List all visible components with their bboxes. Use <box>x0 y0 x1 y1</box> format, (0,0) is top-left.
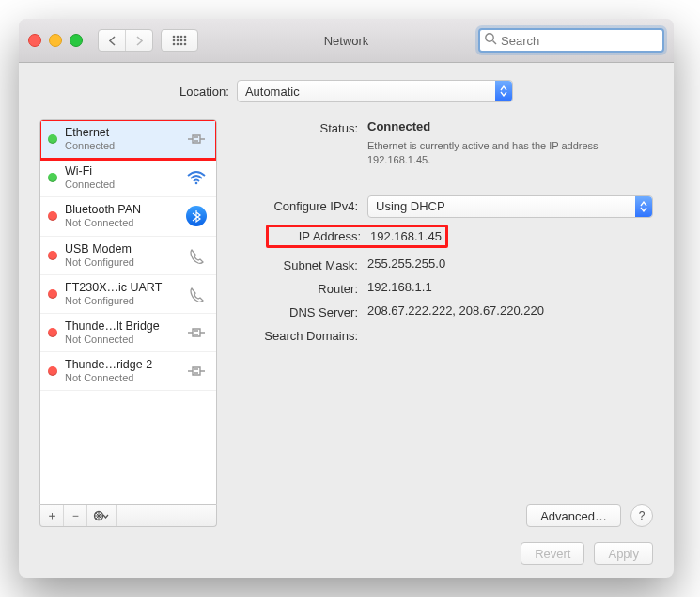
chevron-updown-icon <box>495 81 512 101</box>
svg-point-2 <box>180 36 183 39</box>
ip-highlight: IP Address: 192.168.1.45 <box>266 225 448 248</box>
bluetooth-icon <box>184 206 209 226</box>
status-label: Status: <box>238 119 367 135</box>
search-domains-label: Search Domains: <box>238 327 367 343</box>
mask-value: 255.255.255.0 <box>367 256 653 271</box>
zoom-icon[interactable] <box>70 34 83 47</box>
location-label: Location: <box>179 85 229 99</box>
svg-point-3 <box>184 36 187 39</box>
sidebar-item-usb-modem[interactable]: USB Modem Not Configured <box>40 237 216 275</box>
ip-label: IP Address: <box>272 229 370 243</box>
status-dot-icon <box>48 173 57 182</box>
window-title: Network <box>324 34 369 48</box>
status-dot-icon <box>48 328 57 337</box>
status-dot-icon <box>48 366 57 376</box>
search-icon <box>484 32 497 48</box>
sidebar-item-wifi[interactable]: Wi-Fi Connected <box>40 159 216 197</box>
help-button[interactable]: ? <box>630 504 653 527</box>
sidebar-item-tb-bridge-2[interactable]: Thunde…ridge 2 Not Connected <box>40 352 216 391</box>
nav-back-forward <box>98 29 153 52</box>
svg-point-12 <box>486 34 493 41</box>
ethernet-icon <box>184 132 209 147</box>
router-value: 192.168.1.1 <box>367 280 653 294</box>
phone-icon <box>184 247 209 264</box>
svg-point-14 <box>195 182 198 185</box>
show-all-button[interactable] <box>161 29 198 52</box>
status-dot-icon <box>48 211 57 221</box>
ethernet-icon <box>184 364 209 379</box>
status-desc: Ethernet is currently active and has the… <box>367 139 630 167</box>
sidebar-item-uart[interactable]: FT230X…ic UART Not Configured <box>40 275 216 314</box>
dns-label: DNS Server: <box>238 303 367 319</box>
svg-point-5 <box>177 39 179 42</box>
svg-point-4 <box>173 39 176 42</box>
list-toolbar: ＋ － <box>39 505 217 527</box>
advanced-button[interactable]: Advanced… <box>526 504 621 527</box>
svg-point-7 <box>184 39 187 42</box>
sidebar-item-tb-bridge[interactable]: Thunde…lt Bridge Not Connected <box>40 314 216 352</box>
config-value: Using DHCP <box>376 199 445 213</box>
revert-button[interactable]: Revert <box>521 542 584 565</box>
mask-label: Subnet Mask: <box>238 256 367 272</box>
search-input[interactable] <box>478 28 664 53</box>
svg-point-8 <box>173 43 176 46</box>
svg-point-0 <box>173 36 176 39</box>
sidebar-item-bluetooth[interactable]: Bluetooth PAN Not Connected <box>40 197 216 236</box>
forward-button[interactable] <box>125 30 152 51</box>
svg-point-1 <box>177 36 179 39</box>
status-dot-icon <box>48 251 57 260</box>
sidebar-item-ethernet[interactable]: Ethernet Connected <box>40 120 216 159</box>
remove-button[interactable]: － <box>64 505 87 526</box>
location-select[interactable]: Automatic <box>237 80 513 102</box>
wifi-icon <box>184 170 209 185</box>
ip-value: 192.168.1.45 <box>370 229 442 243</box>
add-button[interactable]: ＋ <box>40 505 64 526</box>
location-value: Automatic <box>245 85 300 99</box>
svg-point-6 <box>180 39 183 42</box>
svg-point-9 <box>177 43 179 46</box>
router-label: Router: <box>238 280 367 296</box>
status-dot-icon <box>48 289 57 299</box>
dns-value: 208.67.222.222, 208.67.220.220 <box>367 303 653 318</box>
chevron-updown-icon <box>635 196 652 217</box>
traffic-lights <box>28 34 83 47</box>
detail-pane: Status: Connected Ethernet is currently … <box>238 119 653 527</box>
svg-line-13 <box>493 41 497 45</box>
network-prefs-window: Network Location: Automatic <box>19 19 674 578</box>
titlebar: Network <box>19 19 674 63</box>
phone-icon <box>184 286 209 302</box>
svg-point-10 <box>180 43 183 46</box>
back-button[interactable] <box>99 30 125 51</box>
action-menu-button[interactable] <box>87 505 117 526</box>
configure-ipv4-select[interactable]: Using DHCP <box>367 195 653 218</box>
interface-list: Ethernet Connected Wi-Fi Connected <box>39 119 217 505</box>
status-value: Connected <box>367 119 653 133</box>
ethernet-icon <box>184 325 209 340</box>
apply-button[interactable]: Apply <box>594 542 653 565</box>
svg-point-11 <box>184 43 187 46</box>
close-icon[interactable] <box>28 34 41 47</box>
minimize-icon[interactable] <box>49 34 62 47</box>
config-label: Configure IPv4: <box>238 199 367 213</box>
status-dot-icon <box>48 134 57 144</box>
